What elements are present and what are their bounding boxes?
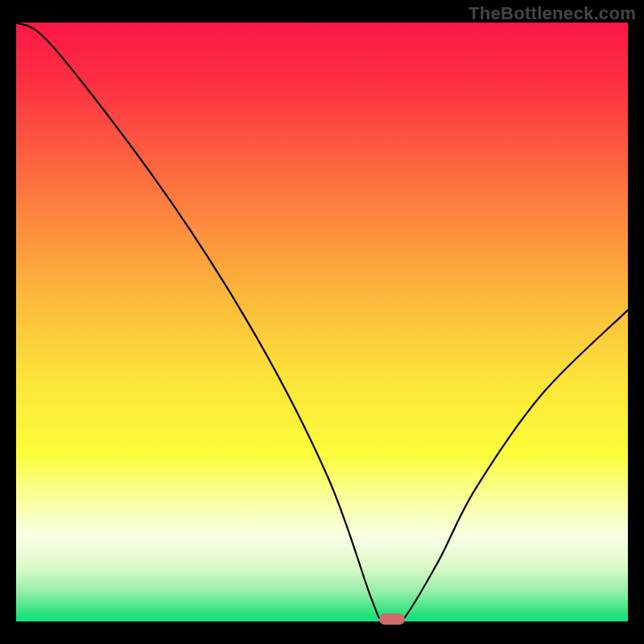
bottleneck-chart bbox=[16, 23, 628, 621]
optimal-point-marker bbox=[379, 613, 405, 625]
watermark-label: TheBottleneck.com bbox=[469, 3, 636, 24]
plot-area bbox=[16, 23, 628, 621]
chart-frame: TheBottleneck.com bbox=[0, 0, 644, 644]
gradient-background bbox=[16, 23, 628, 621]
